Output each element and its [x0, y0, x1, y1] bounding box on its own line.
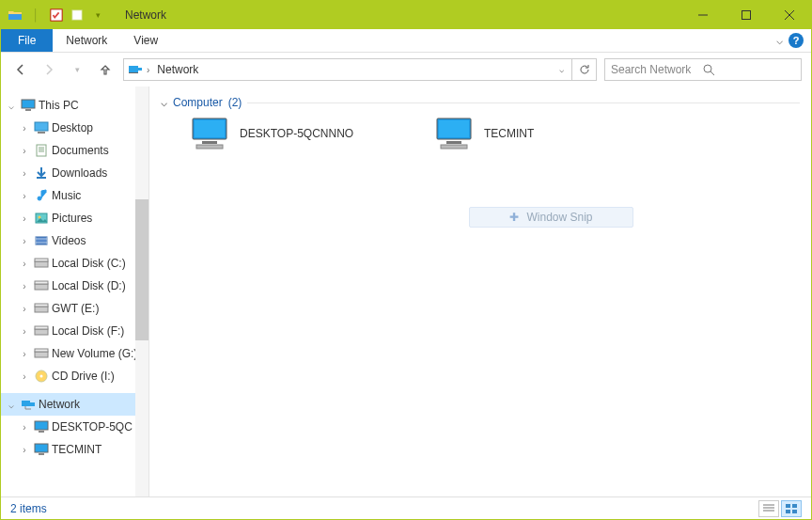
pictures-icon	[33, 211, 50, 226]
address-bar[interactable]: › Network ⌵	[123, 58, 572, 81]
expand-icon[interactable]: ›	[18, 371, 31, 382]
collapse-group-icon[interactable]: ⌵	[161, 96, 167, 109]
svg-point-26	[40, 375, 43, 378]
new-folder-icon[interactable]	[69, 7, 86, 24]
tree-new-volume-g[interactable]: ›New Volume (G:)	[1, 342, 148, 365]
computer-item[interactable]: TECMINT	[433, 117, 621, 150]
svg-rect-8	[25, 109, 31, 111]
tree-label: Network	[39, 398, 80, 411]
plus-icon: ✚	[509, 211, 519, 224]
svg-rect-1	[72, 10, 83, 21]
tree-cd-drive-i[interactable]: ›CD Drive (I:)	[1, 365, 148, 387]
tree-videos[interactable]: ›Videos	[1, 229, 148, 252]
up-button[interactable]	[95, 59, 116, 80]
expand-icon[interactable]: ›	[18, 146, 31, 156]
expand-icon[interactable]: ›	[18, 236, 31, 246]
navigation-tree[interactable]: ⌵ This PC ›Desktop ›Documents ›Downloads…	[1, 87, 149, 496]
tree-desktop[interactable]: ›Desktop	[1, 117, 148, 139]
collapse-icon[interactable]: ⌵	[5, 101, 18, 111]
svg-rect-28	[30, 402, 35, 406]
tree-gwt-e[interactable]: ›GWT (E:)	[1, 297, 148, 320]
tree-network[interactable]: ⌵ Network	[1, 393, 148, 416]
expand-icon[interactable]: ›	[18, 259, 31, 269]
search-icon	[703, 64, 795, 76]
svg-rect-19	[35, 307, 48, 312]
expand-icon[interactable]: ›	[18, 326, 31, 337]
breadcrumb-network[interactable]: Network	[153, 63, 202, 76]
tree-scrollbar-thumb[interactable]	[135, 199, 148, 340]
tab-network[interactable]: Network	[53, 29, 120, 52]
window-title: Network	[125, 8, 166, 22]
expand-icon[interactable]: ›	[18, 422, 31, 433]
svg-rect-9	[35, 122, 48, 131]
network-location-icon	[128, 62, 143, 77]
computer-icon	[33, 442, 50, 457]
svg-rect-22	[35, 326, 48, 329]
svg-rect-5	[138, 68, 142, 71]
group-label: Computer	[173, 96, 223, 109]
item-label: DESKTOP-5QCNNNO	[240, 127, 353, 140]
cd-icon	[33, 369, 50, 384]
group-divider	[247, 102, 800, 103]
tree-local-disk-d[interactable]: ›Local Disk (D:)	[1, 275, 148, 297]
expand-icon[interactable]: ›	[18, 168, 31, 179]
expand-icon[interactable]: ›	[18, 445, 31, 455]
tree-computer-2[interactable]: ›TECMINT	[1, 438, 148, 461]
properties-icon[interactable]	[48, 7, 65, 24]
expand-icon[interactable]: ›	[18, 304, 31, 314]
minimize-button[interactable]	[681, 1, 725, 29]
qat-dropdown-icon[interactable]: ▾	[89, 7, 106, 24]
svg-rect-24	[35, 349, 48, 352]
svg-rect-2	[742, 11, 751, 20]
group-header-computer[interactable]: ⌵ Computer (2)	[161, 96, 800, 109]
svg-rect-39	[446, 141, 461, 144]
address-dropdown-icon[interactable]: ⌵	[555, 65, 568, 74]
svg-rect-44	[792, 510, 797, 513]
file-tab[interactable]: File	[1, 29, 53, 52]
tree-computer-1[interactable]: ›DESKTOP-5QCN	[1, 416, 148, 438]
tab-view[interactable]: View	[120, 29, 171, 52]
tree-local-disk-c[interactable]: ›Local Disk (C:)	[1, 252, 148, 275]
back-button[interactable]	[10, 59, 31, 80]
svg-rect-21	[35, 329, 48, 335]
help-icon[interactable]: ?	[789, 33, 804, 48]
downloads-icon	[33, 165, 50, 181]
network-icon	[20, 397, 37, 412]
tree-music[interactable]: ›Music	[1, 184, 148, 207]
music-icon	[33, 188, 50, 203]
ribbon-collapse-icon[interactable]: ⌵	[776, 34, 783, 47]
tree-downloads[interactable]: ›Downloads	[1, 162, 148, 184]
svg-rect-10	[38, 132, 45, 134]
expand-icon[interactable]: ›	[18, 281, 31, 292]
recent-locations-button[interactable]: ▾	[67, 59, 87, 80]
svg-rect-4	[129, 72, 138, 73]
desktop-icon	[33, 120, 50, 135]
search-input[interactable]: Search Network	[604, 58, 802, 81]
forward-button[interactable]	[39, 59, 59, 80]
expand-icon[interactable]: ›	[18, 123, 31, 134]
maximize-button[interactable]	[725, 1, 768, 29]
computer-icon	[433, 117, 475, 150]
tree-this-pc[interactable]: ⌵ This PC	[1, 94, 148, 117]
refresh-button[interactable]	[572, 58, 597, 81]
expand-icon[interactable]: ›	[18, 213, 31, 224]
videos-icon	[33, 233, 50, 248]
view-details-button[interactable]	[758, 500, 779, 517]
computer-item[interactable]: DESKTOP-5QCNNNO	[189, 117, 377, 150]
collapse-icon[interactable]: ⌵	[5, 400, 18, 410]
drive-icon	[33, 301, 50, 316]
svg-rect-30	[39, 431, 44, 433]
drive-icon	[33, 278, 50, 293]
tree-label: This PC	[39, 99, 79, 112]
expand-icon[interactable]: ›	[18, 349, 31, 359]
svg-rect-3	[129, 66, 138, 72]
breadcrumb-separator-icon[interactable]: ›	[147, 65, 149, 75]
close-button[interactable]	[768, 1, 811, 29]
tree-pictures[interactable]: ›Pictures	[1, 207, 148, 229]
view-large-icons-button[interactable]	[781, 500, 802, 517]
tree-documents[interactable]: ›Documents	[1, 139, 148, 162]
expand-icon[interactable]: ›	[18, 191, 31, 201]
status-text: 2 items	[10, 502, 47, 515]
tree-local-disk-f[interactable]: ›Local Disk (F:)	[1, 320, 148, 342]
content-pane[interactable]: ⌵ Computer (2) DESKTOP-5QCNNNO TECMINT ✚…	[149, 87, 811, 496]
